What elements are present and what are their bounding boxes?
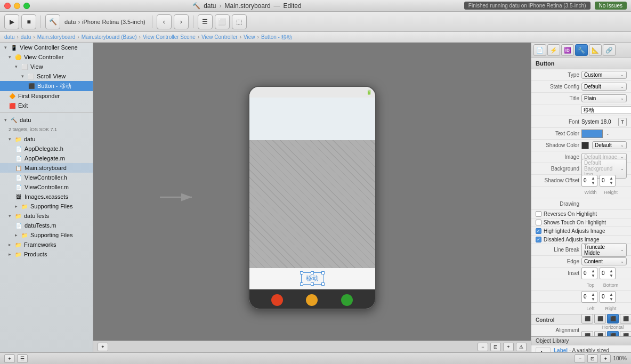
reverses-checkbox[interactable] — [536, 211, 541, 217]
title-text-input[interactable] — [581, 106, 631, 114]
sidebar-item-vc-scene[interactable]: ▾ 📱 View Controller Scene — [0, 43, 93, 52]
debug-toggle[interactable]: ⬜ — [215, 14, 230, 29]
background-row: Background Default Background Img ⌄ — [531, 163, 631, 175]
line-break-select[interactable]: Truncate Middle ⌄ — [581, 243, 627, 257]
inset-left-field[interactable]: 0 ▲▼ — [600, 291, 616, 303]
zoom-in-button[interactable]: + — [600, 354, 611, 363]
maximize-button[interactable] — [23, 3, 30, 9]
title-bar: 🔨 datu › Main.storyboard — Edited Finish… — [0, 0, 631, 12]
shadow-color-label: Shadow Color — [536, 142, 579, 148]
vc-label: View Controller — [24, 54, 63, 60]
zoom-fit-button[interactable]: ⊡ — [587, 354, 598, 363]
align-h-center[interactable]: ⬛ — [607, 314, 619, 323]
shadow-x-stepper[interactable]: ▲▼ — [591, 176, 595, 185]
close-button[interactable] — [4, 3, 11, 9]
bc-item-1[interactable]: datu — [4, 34, 14, 40]
inset-right-field[interactable]: 0 ▲▼ — [600, 268, 616, 279]
shadow-offset-label: Shadow Offset — [536, 177, 579, 183]
bc-item-7[interactable]: View — [244, 34, 255, 40]
tab-icon-2[interactable] — [306, 294, 318, 306]
sidebar-item-main-storyboard[interactable]: 📋 Main.storyboard — [0, 163, 93, 173]
shadow-color-select[interactable]: Default ⌄ — [592, 141, 627, 149]
state-config-select[interactable]: Default ⌄ — [581, 83, 627, 91]
obj-item-label[interactable]: Aa Label - A variably sized amount of st… — [531, 345, 631, 352]
sidebar-item-datutests[interactable]: ▾ 📁 datuTests — [0, 211, 93, 221]
add-constraint-button[interactable]: + — [98, 343, 108, 351]
shadow-y-stepper[interactable]: ▲▼ — [609, 176, 613, 185]
edge-select[interactable]: Content ⌄ — [581, 257, 627, 265]
canvas-zoom-in[interactable]: + — [503, 343, 514, 351]
sidebar-item-first-responder[interactable]: 🔶 First Responder — [0, 91, 93, 101]
canvas-area[interactable]: 🔋 移动 — [93, 43, 531, 352]
disabled-checkbox[interactable]: ✓ — [536, 237, 541, 242]
forward-button[interactable]: › — [174, 14, 189, 29]
back-button[interactable]: ‹ — [157, 14, 172, 29]
bc-item-4[interactable]: Main.storyboard (Base) — [82, 34, 137, 40]
shadow-color-swatch[interactable] — [581, 142, 589, 149]
bc-item-2[interactable]: datu — [21, 34, 31, 40]
sidebar-item-viewcontroller-h[interactable]: 📄 ViewController.h — [0, 173, 93, 182]
shows-touch-checkbox[interactable] — [536, 220, 541, 225]
stop-button[interactable]: ■ — [21, 14, 36, 29]
title-select[interactable]: Plain ⌄ — [581, 94, 627, 102]
text-color-swatch[interactable] — [581, 130, 603, 138]
sidebar-item-images[interactable]: 🖼 Images.xcassets — [0, 192, 93, 201]
align-h-left[interactable]: ⬛ — [581, 314, 593, 323]
highlighted-checkbox[interactable]: ✓ — [536, 228, 541, 234]
insp-identity-btn[interactable]: 🆔 — [561, 44, 574, 56]
sidebar-item-datu-project[interactable]: ▾ 🔨 datu — [0, 115, 93, 125]
sidebar-item-supporting2[interactable]: ▸ 📁 Supporting Files — [0, 230, 93, 240]
canvas-issues[interactable]: ⚠ — [516, 343, 527, 351]
sidebar-item-appdelegate-m[interactable]: 📄 AppDelegate.m — [0, 153, 93, 163]
sidebar-item-datutests-m[interactable]: 📄 datuTests.m — [0, 221, 93, 230]
font-picker-btn[interactable]: T — [618, 118, 627, 126]
scheme-selector[interactable]: 🔨 — [45, 14, 60, 29]
type-select[interactable]: Custom ⌄ — [581, 71, 627, 79]
minimize-button[interactable] — [14, 3, 20, 9]
sidebar-item-appdelegate-h[interactable]: 📄 AppDelegate.h — [0, 144, 93, 153]
run-button[interactable]: ▶ — [4, 14, 19, 29]
tab-icon-3[interactable] — [341, 294, 353, 306]
utilities-toggle[interactable]: ⬚ — [232, 14, 247, 29]
button-area[interactable]: 移动 — [249, 268, 375, 289]
inspector-title: Button — [531, 58, 631, 69]
shadow-x-field[interactable]: 0 ▲▼ — [581, 175, 597, 187]
bc-item-6[interactable]: View Controller — [201, 34, 238, 40]
insp-attr-btn[interactable]: 🔧 — [575, 44, 588, 56]
sidebar-item-frameworks[interactable]: ▸ 📁 Frameworks — [0, 240, 93, 249]
insp-file-btn[interactable]: 📄 — [533, 44, 546, 56]
sidebar-item-products[interactable]: ▸ 📁 Products — [0, 249, 93, 259]
sidebar-item-vc[interactable]: ▾ 🟡 View Controller — [0, 52, 93, 62]
sidebar-item-button[interactable]: ⬛ Button - 移动 — [0, 81, 93, 91]
tab-icon-1[interactable] — [271, 294, 283, 306]
inset-bottom-field[interactable]: 0 ▲▼ — [581, 291, 597, 303]
insp-quick-btn[interactable]: ⚡ — [547, 44, 560, 56]
zoom-level: 100% — [613, 355, 627, 361]
align-h-fill[interactable]: ⬛ — [594, 314, 606, 323]
supporting-label: Supporting Files — [30, 203, 73, 209]
moving-button[interactable]: 移动 — [301, 272, 323, 285]
toolbar-sep-3 — [193, 15, 193, 28]
filter-button[interactable]: ☰ — [17, 354, 28, 363]
sidebar-item-supporting[interactable]: ▸ 📁 Supporting Files — [0, 201, 93, 211]
canvas-zoom-fit[interactable]: ⊡ — [490, 343, 501, 351]
shadow-y-field[interactable]: 0 ▲▼ — [600, 175, 616, 187]
inset-top-field[interactable]: 0 ▲▼ — [581, 268, 597, 279]
bc-item-3[interactable]: Main.storyboard — [37, 34, 76, 40]
add-file-button[interactable]: + — [4, 354, 15, 363]
insp-size-btn[interactable]: 📐 — [589, 44, 602, 56]
align-h-right[interactable]: ⬛ — [620, 314, 631, 323]
sidebar-item-exit[interactable]: 🟥 Exit — [0, 101, 93, 110]
insp-conn-btn[interactable]: 🔗 — [603, 44, 616, 56]
file-navigator: ▾ 📱 View Controller Scene ▾ 🟡 View Contr… — [0, 43, 93, 352]
bc-item-5[interactable]: View Controller Scene — [143, 34, 196, 40]
text-color-label: Text Color — [536, 131, 579, 136]
canvas-zoom-out[interactable]: − — [478, 343, 488, 351]
zoom-out-button[interactable]: − — [575, 354, 585, 363]
sidebar-item-scroll-view[interactable]: ▾ ⬜ Scroll View — [0, 71, 93, 81]
bc-item-8[interactable]: Button - 移动 — [261, 34, 292, 41]
navigator-toggle[interactable]: ☰ — [198, 14, 213, 29]
sidebar-item-view[interactable]: ▾ ⬜ View — [0, 62, 93, 71]
sidebar-item-viewcontroller-m[interactable]: 📄 ViewController.m — [0, 182, 93, 192]
sidebar-item-datu-folder[interactable]: ▾ 📁 datu — [0, 134, 93, 144]
